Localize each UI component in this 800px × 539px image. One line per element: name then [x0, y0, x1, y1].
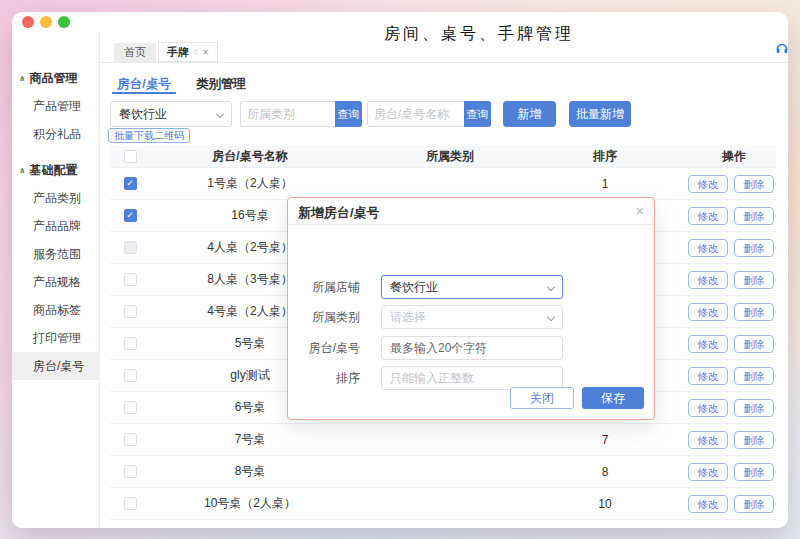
headphone-icon[interactable]: [775, 41, 788, 55]
cell-sort: 10: [550, 497, 660, 511]
tab-shoupai[interactable]: 手牌 ○ ×: [158, 42, 218, 62]
row-checkbox[interactable]: [124, 337, 137, 350]
row-checkbox[interactable]: [124, 305, 137, 318]
row-checkbox[interactable]: [124, 241, 137, 254]
chevron-down-icon: [547, 313, 555, 321]
modify-button[interactable]: 修改: [688, 175, 728, 193]
delete-button[interactable]: 删除: [734, 399, 774, 417]
window-minimize-icon[interactable]: [40, 16, 52, 28]
table-row: ✓ 1号桌（2人桌） 1 修改删除: [110, 168, 776, 200]
shop-select[interactable]: 餐饮行业: [381, 275, 563, 299]
add-table-modal: 新增房台/桌号 × 所属店铺 餐饮行业 所属类别 请选择 房台/桌号: [287, 197, 655, 420]
col-header-category: 所属类别: [350, 148, 550, 165]
cell-sort: 1: [550, 177, 660, 191]
save-button[interactable]: 保存: [582, 387, 644, 409]
row-checkbox[interactable]: [124, 465, 137, 478]
row-checkbox[interactable]: [124, 273, 137, 286]
page-title: 房间、桌号、手牌管理: [384, 24, 574, 45]
cell-name: 1号桌（2人桌）: [150, 175, 350, 192]
name-field-row: 房台/桌号: [288, 336, 654, 360]
close-button[interactable]: 关闭: [510, 387, 574, 409]
delete-button[interactable]: 删除: [734, 431, 774, 449]
delete-button[interactable]: 删除: [734, 303, 774, 321]
row-checkbox[interactable]: [124, 433, 137, 446]
name-search-button[interactable]: 查询: [464, 101, 491, 127]
modal-header: 新增房台/桌号 ×: [288, 198, 654, 225]
category-select[interactable]: 请选择: [381, 305, 563, 329]
category-search-group: 查询: [240, 101, 362, 127]
category-search-button[interactable]: 查询: [335, 101, 362, 127]
sidebar-group-products[interactable]: ∧商品管理: [12, 64, 100, 92]
sidebar-item-product-mgmt[interactable]: 产品管理: [12, 92, 100, 120]
category-search-input[interactable]: [240, 101, 335, 127]
sidebar-menu: ∧商品管理 产品管理 积分礼品 ∧基础配置 产品类别 产品品牌 服务范围 产品规…: [12, 64, 100, 380]
row-checkbox[interactable]: [124, 497, 137, 510]
chevron-up-icon: ∧: [19, 65, 26, 93]
table-name-input[interactable]: [381, 336, 563, 360]
close-icon[interactable]: ×: [635, 202, 644, 220]
delete-button[interactable]: 删除: [734, 271, 774, 289]
batch-download-qrcode-button[interactable]: 批量下载二维码: [108, 128, 190, 143]
sidebar-item-service-scope[interactable]: 服务范围: [12, 240, 100, 268]
subtab-category-mgmt[interactable]: 类别管理: [192, 74, 250, 94]
modify-button[interactable]: 修改: [688, 463, 728, 481]
name-search-group: 查询: [367, 101, 491, 127]
modify-button[interactable]: 修改: [688, 367, 728, 385]
app-window: 房间、桌号、手牌管理 商品管理 首页 手牌 ○ × ∧商品管理 产品管理 积分礼…: [12, 12, 788, 528]
modify-button[interactable]: 修改: [688, 335, 728, 353]
modify-button[interactable]: 修改: [688, 495, 728, 513]
window-close-icon[interactable]: [22, 16, 34, 28]
category-label: 所属类别: [288, 309, 360, 326]
tab-refresh-icon[interactable]: ○: [193, 47, 198, 57]
row-checkbox[interactable]: [124, 369, 137, 382]
cell-name: 7号桌: [150, 431, 350, 448]
table-row: 7号桌 7 修改删除: [110, 424, 776, 456]
delete-button[interactable]: 删除: [734, 463, 774, 481]
add-button[interactable]: 新增: [503, 101, 556, 127]
row-checkbox[interactable]: ✓: [124, 177, 137, 190]
window-zoom-icon[interactable]: [58, 16, 70, 28]
modify-button[interactable]: 修改: [688, 399, 728, 417]
delete-button[interactable]: 删除: [734, 495, 774, 513]
cell-name: 8号桌: [150, 463, 350, 480]
cell-name: 10号桌（2人桌）: [150, 495, 350, 512]
sidebar-item-product-brand[interactable]: 产品品牌: [12, 212, 100, 240]
delete-button[interactable]: 删除: [734, 335, 774, 353]
sidebar-item-product-spec[interactable]: 产品规格: [12, 268, 100, 296]
sidebar-item-points-gifts[interactable]: 积分礼品: [12, 120, 100, 148]
header-divider: [12, 62, 788, 63]
modal-footer: 关闭 保存: [510, 387, 644, 409]
batch-add-button[interactable]: 批量新增: [569, 101, 631, 127]
table-row: 10号桌（2人桌） 10 修改删除: [110, 488, 776, 520]
subtab-tables[interactable]: 房台/桌号: [112, 74, 176, 94]
sidebar-item-product-tags[interactable]: 商品标签: [12, 296, 100, 324]
table-name-label: 房台/桌号: [288, 340, 360, 357]
sidebar-group-basic-config[interactable]: ∧基础配置: [12, 156, 100, 184]
delete-button[interactable]: 删除: [734, 175, 774, 193]
row-checkbox[interactable]: [124, 401, 137, 414]
tab-close-icon[interactable]: ×: [202, 46, 208, 58]
cell-sort: 7: [550, 433, 660, 447]
modify-button[interactable]: 修改: [688, 239, 728, 257]
sidebar-item-tables[interactable]: 房台/桌号: [12, 352, 100, 380]
modify-button[interactable]: 修改: [688, 207, 728, 225]
row-checkbox[interactable]: ✓: [124, 209, 137, 222]
sidebar-item-product-category[interactable]: 产品类别: [12, 184, 100, 212]
chevron-down-icon: [216, 110, 224, 118]
modal-title: 新增房台/桌号: [298, 204, 380, 222]
tab-home[interactable]: 首页: [114, 43, 156, 62]
table-row: 8号桌 8 修改删除: [110, 456, 776, 488]
sidebar-item-print-mgmt[interactable]: 打印管理: [12, 324, 100, 352]
modify-button[interactable]: 修改: [688, 271, 728, 289]
modify-button[interactable]: 修改: [688, 431, 728, 449]
table-name-search-input[interactable]: [367, 101, 464, 127]
delete-button[interactable]: 删除: [734, 367, 774, 385]
select-all-checkbox[interactable]: [124, 150, 137, 163]
delete-button[interactable]: 删除: [734, 239, 774, 257]
sidebar: ∧商品管理 产品管理 积分礼品 ∧基础配置 产品类别 产品品牌 服务范围 产品规…: [12, 32, 100, 528]
industry-select[interactable]: 餐饮行业: [110, 101, 232, 127]
cell-sort: 8: [550, 465, 660, 479]
delete-button[interactable]: 删除: [734, 207, 774, 225]
chevron-up-icon: ∧: [19, 157, 26, 185]
modify-button[interactable]: 修改: [688, 303, 728, 321]
